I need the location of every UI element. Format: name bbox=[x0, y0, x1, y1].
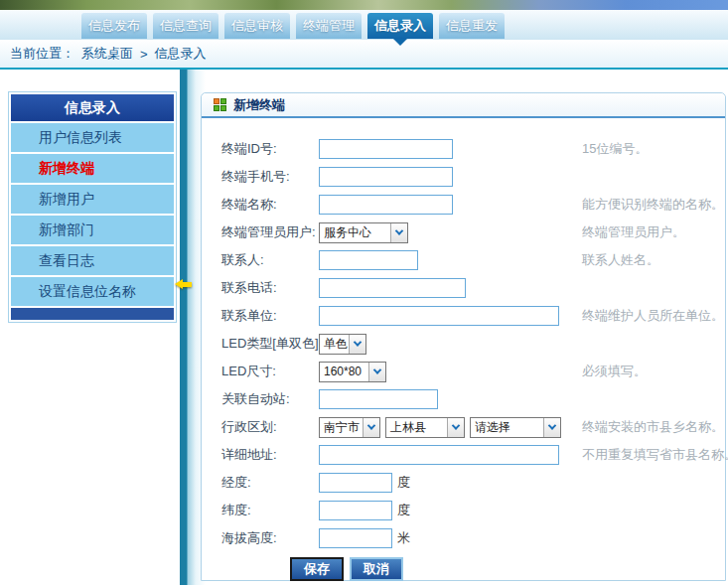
region-county-select[interactable]: 上林县 bbox=[385, 417, 465, 438]
field-hint: 15位编号。 bbox=[582, 140, 648, 158]
form-row: LED尺寸: 160*80 必须填写。 bbox=[221, 358, 725, 385]
unit-label: 米 bbox=[397, 529, 410, 547]
auto-station-input[interactable] bbox=[319, 389, 438, 409]
form-row: 海拔高度: 米 bbox=[221, 524, 725, 552]
panel-header: 新增终端 bbox=[202, 93, 725, 118]
add-terminal-panel: 新增终端 终端ID号: 15位编号。 终端手机号: 终端名称: 能方便识别终端的… bbox=[201, 92, 726, 581]
sidebar-footer-bar bbox=[11, 308, 174, 320]
tab-info-entry[interactable]: 信息录入 bbox=[367, 13, 433, 39]
field-hint: 必须填写。 bbox=[582, 363, 647, 380]
field-label: 详细地址: bbox=[221, 446, 319, 464]
field-hint: 终端管理员用户。 bbox=[582, 223, 685, 241]
tab-info-publish[interactable]: 信息发布 bbox=[81, 13, 147, 39]
form-row: 纬度: 度 bbox=[221, 497, 725, 524]
chevron-down-icon bbox=[368, 363, 385, 381]
field-label: 行政区划: bbox=[221, 418, 319, 436]
led-type-select[interactable]: 单色 bbox=[319, 334, 366, 355]
sidebar-title: 信息录入 bbox=[11, 94, 174, 121]
field-hint: 终端维护人员所在单位。 bbox=[582, 307, 724, 325]
field-label: LED尺寸: bbox=[221, 363, 319, 380]
region-town-select[interactable]: 请选择 bbox=[470, 417, 561, 438]
top-photo-banner bbox=[0, 0, 728, 10]
breadcrumb-prefix: 当前位置： bbox=[10, 45, 74, 63]
contact-org-input[interactable] bbox=[319, 306, 559, 326]
left-arrow-icon bbox=[170, 279, 183, 289]
form-buttons: 保存 取消 bbox=[221, 557, 725, 581]
latitude-input[interactable] bbox=[319, 501, 392, 520]
tab-terminal-manage[interactable]: 终端管理 bbox=[296, 13, 362, 39]
unit-label: 度 bbox=[397, 502, 410, 519]
chevron-down-icon bbox=[363, 418, 379, 437]
contact-name-input[interactable] bbox=[319, 250, 418, 270]
field-hint: 联系人姓名。 bbox=[582, 251, 659, 269]
grid-squares-icon bbox=[214, 98, 226, 111]
region-city-select[interactable]: 南宁市 bbox=[319, 417, 380, 438]
detail-address-input[interactable] bbox=[319, 445, 559, 465]
field-label: 关联自动站: bbox=[221, 390, 319, 408]
led-size-select[interactable]: 160*80 bbox=[319, 362, 386, 382]
terminal-phone-input[interactable] bbox=[319, 167, 453, 187]
tab-info-query[interactable]: 信息查询 bbox=[153, 13, 218, 39]
form-row: 关联自动站: bbox=[221, 385, 725, 413]
sidebar-item-user-info-list[interactable]: 用户信息列表 bbox=[11, 123, 174, 152]
sidebar-item-add-dept[interactable]: 新增部门 bbox=[11, 216, 174, 244]
tab-info-audit[interactable]: 信息审核 bbox=[224, 13, 290, 39]
add-terminal-form: 终端ID号: 15位编号。 终端手机号: 终端名称: 能方便识别终端的名称。 终… bbox=[202, 118, 725, 581]
content-area: 信息录入 用户信息列表 新增终端 新增用户 新增部门 查看日志 设置信息位名称 … bbox=[0, 70, 728, 585]
field-label: 联系电话: bbox=[221, 279, 319, 297]
form-row: 终端管理员用户: 服务中心 终端管理员用户。 bbox=[221, 219, 725, 246]
chevron-down-icon bbox=[349, 335, 365, 354]
chevron-down-icon bbox=[447, 418, 464, 437]
breadcrumb-home[interactable]: 系统桌面 bbox=[81, 45, 133, 63]
longitude-input[interactable] bbox=[319, 473, 392, 493]
terminal-id-input[interactable] bbox=[319, 139, 453, 159]
terminal-name-input[interactable] bbox=[319, 195, 453, 215]
form-row: 终端手机号: bbox=[221, 163, 725, 191]
chevron-down-icon bbox=[543, 418, 560, 437]
field-label: 联系人: bbox=[221, 251, 319, 269]
cancel-button[interactable]: 取消 bbox=[350, 557, 403, 581]
form-row: 行政区划: 南宁市 上林县 请选择 终端安装的市县乡名称。 bbox=[221, 413, 725, 441]
altitude-input[interactable] bbox=[319, 528, 392, 548]
field-label: 终端名称: bbox=[221, 196, 319, 214]
form-row: 联系单位: 终端维护人员所在单位。 bbox=[221, 302, 725, 330]
save-button[interactable]: 保存 bbox=[290, 557, 344, 581]
form-row: 终端ID号: 15位编号。 bbox=[221, 135, 725, 163]
admin-user-select[interactable]: 服务中心 bbox=[319, 222, 408, 243]
sidebar-item-set-info-slot-name[interactable]: 设置信息位名称 bbox=[11, 277, 174, 306]
breadcrumb-current: 信息录入 bbox=[155, 45, 207, 63]
field-label: 联系单位: bbox=[221, 307, 319, 325]
field-label: 终端手机号: bbox=[221, 168, 319, 186]
panel-title: 新增终端 bbox=[233, 96, 285, 114]
sidebar: 信息录入 用户信息列表 新增终端 新增用户 新增部门 查看日志 设置信息位名称 bbox=[8, 91, 177, 323]
form-row: 终端名称: 能方便识别终端的名称。 bbox=[221, 191, 725, 219]
field-label: 终端管理员用户: bbox=[221, 223, 319, 241]
field-label: 纬度: bbox=[221, 502, 319, 519]
breadcrumb-separator: > bbox=[140, 47, 148, 62]
field-hint: 终端安装的市县乡名称。 bbox=[582, 418, 724, 436]
form-row: 经度: 度 bbox=[221, 469, 725, 497]
form-row: LED类型[单双色]: 单色 bbox=[221, 330, 725, 358]
sidebar-item-view-log[interactable]: 查看日志 bbox=[11, 246, 174, 275]
breadcrumb: 当前位置： 系统桌面 > 信息录入 bbox=[0, 40, 728, 70]
form-row: 联系人: 联系人姓名。 bbox=[221, 246, 725, 274]
field-hint: 能方便识别终端的名称。 bbox=[582, 196, 724, 214]
contact-phone-input[interactable] bbox=[319, 278, 466, 298]
collapse-sidebar-arrow[interactable] bbox=[170, 279, 192, 289]
form-row: 联系电话: bbox=[221, 274, 725, 302]
field-label: LED类型[单双色]: bbox=[221, 335, 319, 353]
chevron-down-icon bbox=[390, 223, 407, 242]
unit-label: 度 bbox=[397, 474, 410, 492]
field-label: 经度: bbox=[221, 474, 319, 492]
field-label: 海拔高度: bbox=[221, 529, 319, 547]
field-label: 终端ID号: bbox=[221, 140, 319, 158]
field-hint: 不用重复填写省市县名称。 bbox=[582, 446, 728, 464]
main-tabbar: 信息发布 信息查询 信息审核 终端管理 信息录入 信息重发 bbox=[0, 10, 728, 40]
sidebar-item-add-user[interactable]: 新增用户 bbox=[11, 185, 174, 214]
tab-info-resend[interactable]: 信息重发 bbox=[439, 13, 505, 39]
form-row: 详细地址: 不用重复填写省市县名称。 bbox=[221, 441, 725, 469]
sidebar-item-add-terminal[interactable]: 新增终端 bbox=[11, 154, 174, 183]
